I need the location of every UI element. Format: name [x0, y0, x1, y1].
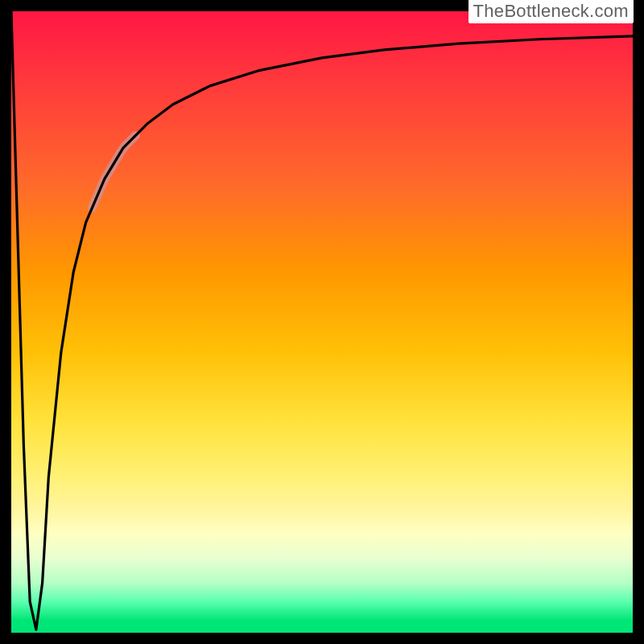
- curve-layer: [11, 11, 633, 633]
- bottleneck-curve-path: [11, 11, 633, 630]
- bottleneck-chart: TheBottleneck.com: [0, 0, 644, 644]
- attribution-label: TheBottleneck.com: [469, 0, 634, 23]
- highlight-segment: [92, 135, 135, 208]
